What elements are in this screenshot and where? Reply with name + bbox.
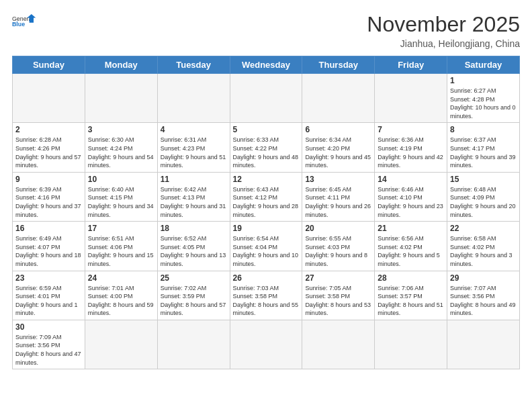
table-row: 27Sunrise: 7:05 AM Sunset: 3:58 PM Dayli… [302, 271, 375, 320]
table-row: 21Sunrise: 6:56 AM Sunset: 4:02 PM Dayli… [375, 222, 447, 271]
header-sunday: Sunday [13, 56, 85, 74]
table-row [302, 320, 375, 369]
table-row: 15Sunrise: 6:48 AM Sunset: 4:09 PM Dayli… [447, 172, 520, 221]
day-info: Sunrise: 6:55 AM Sunset: 4:03 PM Dayligh… [305, 234, 371, 268]
calendar-table: Sunday Monday Tuesday Wednesday Thursday… [12, 56, 520, 369]
day-number: 20 [305, 224, 371, 233]
day-info: Sunrise: 6:54 AM Sunset: 4:04 PM Dayligh… [233, 234, 300, 268]
table-row [157, 320, 230, 369]
day-info: Sunrise: 6:45 AM Sunset: 4:11 PM Dayligh… [305, 185, 371, 219]
day-number: 10 [88, 175, 154, 184]
day-number: 6 [305, 125, 371, 134]
header-monday: Monday [85, 56, 157, 74]
day-info: Sunrise: 6:34 AM Sunset: 4:20 PM Dayligh… [305, 136, 371, 169]
day-number: 18 [161, 224, 227, 233]
day-number: 13 [305, 175, 371, 184]
day-number: 14 [378, 175, 444, 184]
table-row: 24Sunrise: 7:01 AM Sunset: 4:00 PM Dayli… [85, 271, 157, 320]
table-row: 4Sunrise: 6:31 AM Sunset: 4:23 PM Daylig… [157, 123, 230, 172]
day-number: 24 [88, 273, 154, 283]
table-row: 16Sunrise: 6:49 AM Sunset: 4:07 PM Dayli… [13, 222, 85, 271]
day-info: Sunrise: 7:07 AM Sunset: 3:56 PM Dayligh… [450, 284, 517, 318]
day-info: Sunrise: 6:58 AM Sunset: 4:02 PM Dayligh… [450, 234, 517, 268]
table-row [85, 320, 157, 369]
calendar-title: November 2025 [367, 12, 520, 37]
table-row: 8Sunrise: 6:37 AM Sunset: 4:17 PM Daylig… [447, 123, 520, 172]
table-row: 2Sunrise: 6:28 AM Sunset: 4:26 PM Daylig… [13, 123, 85, 172]
table-row: 12Sunrise: 6:43 AM Sunset: 4:12 PM Dayli… [230, 172, 302, 221]
header-wednesday: Wednesday [230, 56, 302, 74]
day-info: Sunrise: 6:31 AM Sunset: 4:23 PM Dayligh… [161, 136, 227, 169]
day-info: Sunrise: 6:46 AM Sunset: 4:10 PM Dayligh… [378, 185, 444, 219]
day-info: Sunrise: 6:28 AM Sunset: 4:26 PM Dayligh… [15, 136, 82, 169]
day-number: 23 [15, 273, 82, 283]
day-number: 29 [450, 273, 517, 283]
title-block: November 2025 Jianhua, Heilongjiang, Chi… [367, 12, 520, 49]
day-number: 9 [15, 175, 82, 184]
table-row: 10Sunrise: 6:40 AM Sunset: 4:15 PM Dayli… [85, 172, 157, 221]
table-row: 26Sunrise: 7:03 AM Sunset: 3:58 PM Dayli… [230, 271, 302, 320]
table-row: 29Sunrise: 7:07 AM Sunset: 3:56 PM Dayli… [447, 271, 520, 320]
day-number: 17 [88, 224, 154, 233]
day-info: Sunrise: 6:43 AM Sunset: 4:12 PM Dayligh… [233, 185, 300, 219]
table-row [230, 74, 302, 123]
day-info: Sunrise: 6:33 AM Sunset: 4:22 PM Dayligh… [233, 136, 300, 169]
table-row: 30Sunrise: 7:09 AM Sunset: 3:56 PM Dayli… [13, 320, 85, 369]
day-info: Sunrise: 6:42 AM Sunset: 4:13 PM Dayligh… [161, 185, 227, 219]
day-info: Sunrise: 6:59 AM Sunset: 4:01 PM Dayligh… [15, 284, 82, 318]
table-row: 28Sunrise: 7:06 AM Sunset: 3:57 PM Dayli… [375, 271, 447, 320]
table-row: 13Sunrise: 6:45 AM Sunset: 4:11 PM Dayli… [302, 172, 375, 221]
day-number: 30 [15, 322, 82, 332]
table-row: 7Sunrise: 6:36 AM Sunset: 4:19 PM Daylig… [375, 123, 447, 172]
table-row [302, 74, 375, 123]
table-row: 18Sunrise: 6:52 AM Sunset: 4:05 PM Dayli… [157, 222, 230, 271]
day-info: Sunrise: 7:06 AM Sunset: 3:57 PM Dayligh… [378, 284, 444, 318]
table-row: 17Sunrise: 6:51 AM Sunset: 4:06 PM Dayli… [85, 222, 157, 271]
day-number: 8 [450, 125, 517, 134]
day-info: Sunrise: 6:27 AM Sunset: 4:28 PM Dayligh… [450, 87, 517, 120]
table-row [230, 320, 302, 369]
day-number: 5 [233, 125, 300, 134]
day-number: 4 [161, 125, 227, 134]
day-number: 7 [378, 125, 444, 134]
table-row: 11Sunrise: 6:42 AM Sunset: 4:13 PM Dayli… [157, 172, 230, 221]
day-info: Sunrise: 7:03 AM Sunset: 3:58 PM Dayligh… [233, 284, 300, 318]
table-row [85, 74, 157, 123]
table-row: 3Sunrise: 6:30 AM Sunset: 4:24 PM Daylig… [85, 123, 157, 172]
day-info: Sunrise: 7:02 AM Sunset: 3:59 PM Dayligh… [161, 284, 227, 318]
day-number: 1 [450, 76, 517, 85]
day-number: 19 [233, 224, 300, 233]
day-number: 22 [450, 224, 517, 233]
day-number: 16 [15, 224, 82, 233]
day-info: Sunrise: 6:52 AM Sunset: 4:05 PM Dayligh… [161, 234, 227, 268]
day-number: 26 [233, 273, 300, 283]
table-row: 6Sunrise: 6:34 AM Sunset: 4:20 PM Daylig… [302, 123, 375, 172]
table-row: 22Sunrise: 6:58 AM Sunset: 4:02 PM Dayli… [447, 222, 520, 271]
table-row: 25Sunrise: 7:02 AM Sunset: 3:59 PM Dayli… [157, 271, 230, 320]
day-info: Sunrise: 6:37 AM Sunset: 4:17 PM Dayligh… [450, 136, 517, 169]
header-thursday: Thursday [302, 56, 375, 74]
table-row [157, 74, 230, 123]
generalblue-logo-icon: General Blue [12, 12, 36, 32]
day-info: Sunrise: 6:49 AM Sunset: 4:07 PM Dayligh… [15, 234, 82, 268]
table-row: 20Sunrise: 6:55 AM Sunset: 4:03 PM Dayli… [302, 222, 375, 271]
weekday-header-row: Sunday Monday Tuesday Wednesday Thursday… [13, 56, 520, 74]
table-row: 5Sunrise: 6:33 AM Sunset: 4:22 PM Daylig… [230, 123, 302, 172]
table-row: 23Sunrise: 6:59 AM Sunset: 4:01 PM Dayli… [13, 271, 85, 320]
day-number: 28 [378, 273, 444, 283]
day-number: 25 [161, 273, 227, 283]
header-friday: Friday [375, 56, 447, 74]
day-number: 11 [161, 175, 227, 184]
day-number: 21 [378, 224, 444, 233]
header-saturday: Saturday [447, 56, 520, 74]
day-info: Sunrise: 6:40 AM Sunset: 4:15 PM Dayligh… [88, 185, 154, 219]
day-info: Sunrise: 6:56 AM Sunset: 4:02 PM Dayligh… [378, 234, 444, 268]
day-info: Sunrise: 6:39 AM Sunset: 4:16 PM Dayligh… [15, 185, 82, 219]
table-row [447, 320, 520, 369]
day-number: 2 [15, 125, 82, 134]
day-info: Sunrise: 7:01 AM Sunset: 4:00 PM Dayligh… [88, 284, 154, 318]
day-info: Sunrise: 6:36 AM Sunset: 4:19 PM Dayligh… [378, 136, 444, 169]
day-number: 27 [305, 273, 371, 283]
day-number: 3 [88, 125, 154, 134]
table-row: 9Sunrise: 6:39 AM Sunset: 4:16 PM Daylig… [13, 172, 85, 221]
